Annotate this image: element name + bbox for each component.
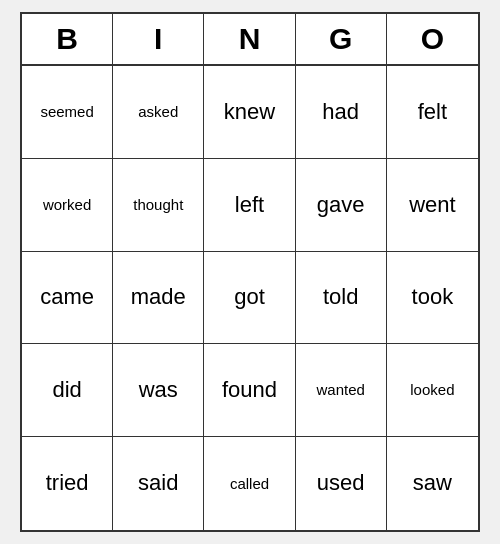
bingo-cell: told: [296, 252, 387, 345]
bingo-cell: seemed: [22, 66, 113, 159]
bingo-cell: knew: [204, 66, 295, 159]
bingo-cell: was: [113, 344, 204, 437]
bingo-cell: saw: [387, 437, 478, 530]
cell-word: wanted: [317, 381, 365, 399]
bingo-cell: found: [204, 344, 295, 437]
bingo-cell: looked: [387, 344, 478, 437]
cell-word: did: [52, 377, 81, 403]
header-letter: B: [22, 14, 113, 64]
bingo-card: BINGO seemedaskedknewhadfeltworkedthough…: [20, 12, 480, 532]
cell-word: made: [131, 284, 186, 310]
cell-word: knew: [224, 99, 275, 125]
cell-word: went: [409, 192, 455, 218]
cell-word: tried: [46, 470, 89, 496]
header-letter: O: [387, 14, 478, 64]
cell-word: thought: [133, 196, 183, 214]
bingo-cell: tried: [22, 437, 113, 530]
bingo-cell: made: [113, 252, 204, 345]
cell-word: came: [40, 284, 94, 310]
header-letter: N: [204, 14, 295, 64]
cell-word: took: [412, 284, 454, 310]
cell-word: left: [235, 192, 264, 218]
bingo-cell: came: [22, 252, 113, 345]
bingo-cell: felt: [387, 66, 478, 159]
bingo-cell: used: [296, 437, 387, 530]
bingo-cell: worked: [22, 159, 113, 252]
bingo-cell: got: [204, 252, 295, 345]
bingo-cell: did: [22, 344, 113, 437]
cell-word: used: [317, 470, 365, 496]
cell-word: said: [138, 470, 178, 496]
bingo-cell: left: [204, 159, 295, 252]
header-letter: I: [113, 14, 204, 64]
header-letter: G: [296, 14, 387, 64]
bingo-cell: wanted: [296, 344, 387, 437]
cell-word: asked: [138, 103, 178, 121]
cell-word: called: [230, 475, 269, 493]
bingo-cell: said: [113, 437, 204, 530]
cell-word: felt: [418, 99, 447, 125]
cell-word: worked: [43, 196, 91, 214]
cell-word: looked: [410, 381, 454, 399]
cell-word: found: [222, 377, 277, 403]
bingo-cell: asked: [113, 66, 204, 159]
bingo-cell: gave: [296, 159, 387, 252]
bingo-cell: called: [204, 437, 295, 530]
bingo-cell: thought: [113, 159, 204, 252]
cell-word: gave: [317, 192, 365, 218]
cell-word: saw: [413, 470, 452, 496]
cell-word: got: [234, 284, 265, 310]
cell-word: seemed: [40, 103, 93, 121]
cell-word: had: [322, 99, 359, 125]
bingo-cell: had: [296, 66, 387, 159]
bingo-header: BINGO: [22, 14, 478, 66]
cell-word: was: [139, 377, 178, 403]
bingo-body: seemedaskedknewhadfeltworkedthoughtleftg…: [22, 66, 478, 530]
bingo-cell: took: [387, 252, 478, 345]
cell-word: told: [323, 284, 358, 310]
bingo-cell: went: [387, 159, 478, 252]
